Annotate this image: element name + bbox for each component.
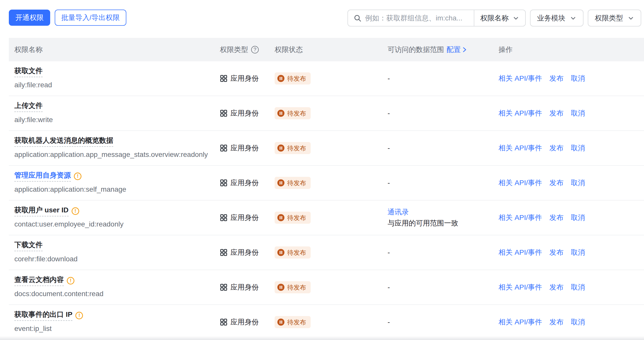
permission-name-cell: 获取机器人发送消息的概览数据 application:application.a… [9, 131, 220, 165]
cancel-link[interactable]: 取消 [571, 317, 585, 327]
related-api-events-link[interactable]: 相关 API/事件 [499, 178, 542, 188]
permission-management-page: 开通权限 批量导入/导出权限 权限名称 [0, 0, 644, 340]
cancel-link[interactable]: 取消 [571, 143, 585, 153]
actions-cell: 相关 API/事件 发布 取消 [499, 213, 644, 222]
pause-circle-icon [277, 75, 285, 82]
permission-type-value: 应用身份 [230, 248, 259, 257]
scope-contacts-link[interactable]: 通讯录 [388, 207, 493, 218]
related-api-events-link[interactable]: 相关 API/事件 [499, 143, 542, 153]
permission-type-value: 应用身份 [230, 282, 259, 292]
publish-link[interactable]: 发布 [549, 143, 564, 153]
module-filter-label: 业务模块 [537, 13, 565, 23]
permission-title: 查看云文档内容 [14, 275, 64, 286]
publish-link[interactable]: 发布 [549, 213, 564, 222]
type-filter-dropdown[interactable]: 权限类型 [588, 10, 641, 26]
permission-title: 获取机器人发送消息的概览数据 [14, 136, 113, 147]
pause-circle-icon [277, 249, 285, 256]
permission-name-cell: 管理应用自身资源 ! application:application:self_… [9, 166, 220, 200]
actions-cell: 相关 API/事件 发布 取消 [499, 143, 644, 153]
permission-type-cell: 应用身份 [220, 143, 275, 153]
cancel-link[interactable]: 取消 [571, 213, 585, 222]
pause-circle-icon [277, 144, 285, 152]
table-row: 管理应用自身资源 ! application:application:self_… [9, 166, 644, 201]
bottom-edge-shade [0, 336, 644, 340]
permission-title: 获取事件的出口 IP [14, 310, 72, 321]
permission-status-cell: 待发布 [275, 142, 388, 154]
cancel-link[interactable]: 取消 [571, 178, 585, 188]
header-permission-status: 权限状态 [275, 45, 388, 54]
pause-circle-icon [277, 214, 285, 221]
permission-type-value: 应用身份 [230, 178, 259, 188]
cancel-link[interactable]: 取消 [571, 74, 585, 83]
related-api-events-link[interactable]: 相关 API/事件 [499, 213, 542, 222]
cancel-link[interactable]: 取消 [571, 248, 585, 257]
pause-circle-icon [277, 179, 285, 187]
actions-cell: 相关 API/事件 发布 取消 [499, 108, 644, 118]
status-badge: 待发布 [275, 246, 311, 259]
scope-empty-dash: - [388, 179, 390, 187]
permission-status-cell: 待发布 [275, 246, 388, 259]
warning-icon[interactable]: ! [74, 173, 81, 180]
open-permission-button[interactable]: 开通权限 [9, 10, 50, 26]
scope-empty-dash: - [388, 109, 390, 117]
help-icon[interactable]: ? [251, 46, 259, 53]
permission-status-cell: 待发布 [275, 281, 388, 293]
permission-name-cell: 获取文件 aily:file:read [9, 61, 220, 96]
publish-link[interactable]: 发布 [549, 282, 564, 292]
app-grid-icon [220, 214, 227, 221]
publish-link[interactable]: 发布 [549, 178, 564, 188]
header-data-scope: 可访问的数据范围 配置 [388, 45, 499, 54]
table-row: 获取机器人发送消息的概览数据 application:application.a… [9, 131, 644, 166]
permission-code: event:ip_list [14, 323, 212, 334]
scope-note: 与应用的可用范围一致 [388, 218, 493, 229]
app-grid-icon [220, 75, 227, 82]
status-badge-label: 待发布 [287, 318, 306, 326]
batch-import-export-button[interactable]: 批量导入/导出权限 [55, 10, 126, 26]
related-api-events-link[interactable]: 相关 API/事件 [499, 74, 542, 83]
related-api-events-link[interactable]: 相关 API/事件 [499, 248, 542, 257]
pause-circle-icon [277, 109, 285, 117]
status-badge-label: 待发布 [287, 283, 306, 292]
publish-link[interactable]: 发布 [549, 248, 564, 257]
scope-config-link[interactable]: 配置 [447, 45, 467, 54]
search-input[interactable] [365, 11, 474, 26]
status-badge: 待发布 [275, 212, 311, 224]
search-field-selector[interactable]: 权限名称 [474, 10, 525, 26]
permission-type-cell: 应用身份 [220, 213, 275, 222]
header-permission-type-label: 权限类型 [220, 45, 248, 54]
warning-icon[interactable]: ! [75, 312, 83, 319]
related-api-events-link[interactable]: 相关 API/事件 [499, 108, 542, 118]
data-scope-cell: - [388, 179, 499, 187]
cancel-link[interactable]: 取消 [571, 108, 585, 118]
permission-title: 获取用户 user ID [14, 206, 69, 216]
search-box: 权限名称 [347, 10, 526, 26]
publish-link[interactable]: 发布 [549, 317, 564, 327]
status-badge: 待发布 [275, 142, 311, 154]
status-badge: 待发布 [275, 316, 311, 328]
publish-link[interactable]: 发布 [549, 108, 564, 118]
publish-link[interactable]: 发布 [549, 74, 564, 83]
chevron-down-icon [513, 15, 519, 21]
status-badge: 待发布 [275, 107, 311, 119]
module-filter-dropdown[interactable]: 业务模块 [530, 10, 583, 26]
app-grid-icon [220, 249, 227, 256]
status-badge-label: 待发布 [287, 74, 306, 83]
permission-name-cell: 下载文件 corehr:file:download [9, 235, 220, 270]
related-api-events-link[interactable]: 相关 API/事件 [499, 282, 542, 292]
cancel-link[interactable]: 取消 [571, 282, 585, 292]
warning-icon[interactable]: ! [72, 207, 79, 215]
related-api-events-link[interactable]: 相关 API/事件 [499, 317, 542, 327]
data-scope-cell: 通讯录与应用的可用范围一致 [388, 207, 499, 229]
data-scope-cell: - [388, 318, 499, 326]
toolbar-filters: 权限名称 业务模块 权限类型 [347, 10, 641, 26]
permission-title: 管理应用自身资源 [14, 171, 71, 182]
warning-icon[interactable]: ! [67, 277, 74, 285]
permission-name-cell: 获取用户 user ID ! contact:user.employee_id:… [9, 201, 220, 235]
permission-type-cell: 应用身份 [220, 317, 275, 327]
permission-name-cell: 获取事件的出口 IP ! event:ip_list [9, 305, 220, 339]
table-row: 查看云文档内容 ! docs:document.content:read 应用身… [9, 270, 644, 305]
pause-circle-icon [277, 284, 285, 291]
permission-name-cell: 查看云文档内容 ! docs:document.content:read [9, 270, 220, 304]
permission-status-cell: 待发布 [275, 72, 388, 84]
permission-status-cell: 待发布 [275, 107, 388, 119]
